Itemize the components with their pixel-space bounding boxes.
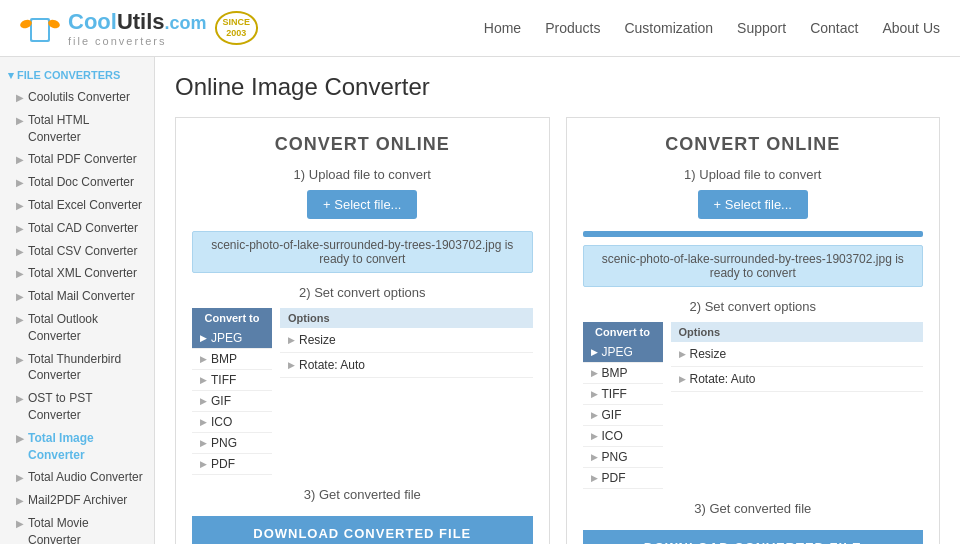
format-label-0-2: TIFF — [211, 373, 236, 387]
format-arrow-1-3: ▶ — [591, 410, 598, 420]
nav-contact[interactable]: Contact — [810, 20, 858, 36]
progress-bar-1 — [583, 231, 924, 237]
logo-subtitle: file converters — [68, 35, 207, 47]
format-item-1-1[interactable]: ▶ BMP — [583, 363, 663, 384]
sidebar-item-label-7: Total XML Converter — [28, 265, 144, 282]
sidebar-arrow-4: ▶ — [16, 199, 24, 213]
format-item-0-3[interactable]: ▶ GIF — [192, 391, 272, 412]
nav-products[interactable]: Products — [545, 20, 600, 36]
convert-options-0: Convert to ▶ JPEG ▶ BMP ▶ TIFF ▶ GIF ▶ I… — [192, 308, 533, 475]
sidebar-item-14[interactable]: ▶Mail2PDF Archiver — [0, 489, 154, 512]
sidebar-item-10[interactable]: ▶Total Thunderbird Converter — [0, 348, 154, 388]
converter-panel-0: CONVERT ONLINE 1) Upload file to convert… — [175, 117, 550, 544]
step1-label-1: 1) Upload file to convert — [583, 167, 924, 182]
options-header-0: Options — [280, 308, 533, 328]
convert-options-1: Convert to ▶ JPEG ▶ BMP ▶ TIFF ▶ GIF ▶ I… — [583, 322, 924, 489]
option-label-1-1: Rotate: Auto — [690, 372, 756, 386]
format-item-0-0[interactable]: ▶ JPEG — [192, 328, 272, 349]
option-item-0-1[interactable]: ▶ Rotate: Auto — [280, 353, 533, 378]
select-file-btn-0[interactable]: + Select file... — [307, 190, 417, 219]
page-title: Online Image Converter — [175, 73, 940, 101]
sidebar-item-5[interactable]: ▶Total CAD Converter — [0, 217, 154, 240]
format-arrow-0-2: ▶ — [200, 375, 207, 385]
format-arrow-0-1: ▶ — [200, 354, 207, 364]
sidebar-arrow-2: ▶ — [16, 153, 24, 167]
format-arrow-1-6: ▶ — [591, 473, 598, 483]
option-item-1-1[interactable]: ▶ Rotate: Auto — [671, 367, 924, 392]
convert-to-header-1: Convert to — [583, 322, 663, 342]
download-btn-1[interactable]: DOWNLOAD CONVERTED FILE — [583, 530, 924, 544]
step3-label-1: 3) Get converted file — [583, 501, 924, 516]
format-label-0-4: ICO — [211, 415, 232, 429]
sidebar-arrow-8: ▶ — [16, 290, 24, 304]
sidebar-item-2[interactable]: ▶Total PDF Converter — [0, 148, 154, 171]
sidebar-arrow-15: ▶ — [16, 517, 24, 531]
format-item-1-4[interactable]: ▶ ICO — [583, 426, 663, 447]
sidebar-arrow-5: ▶ — [16, 222, 24, 236]
format-item-1-3[interactable]: ▶ GIF — [583, 405, 663, 426]
sidebar-item-7[interactable]: ▶Total XML Converter — [0, 262, 154, 285]
format-item-0-2[interactable]: ▶ TIFF — [192, 370, 272, 391]
file-ready-bar-0: scenic-photo-of-lake-surrounded-by-trees… — [192, 231, 533, 273]
sidebar-arrow-10: ▶ — [16, 353, 24, 367]
format-label-1-6: PDF — [602, 471, 626, 485]
option-label-0-1: Rotate: Auto — [299, 358, 365, 372]
format-arrow-1-2: ▶ — [591, 389, 598, 399]
sidebar-item-3[interactable]: ▶Total Doc Converter — [0, 171, 154, 194]
sidebar-arrow-14: ▶ — [16, 494, 24, 508]
format-arrow-0-6: ▶ — [200, 459, 207, 469]
convert-to-col-1: Convert to ▶ JPEG ▶ BMP ▶ TIFF ▶ GIF ▶ I… — [583, 322, 663, 489]
sidebar-item-label-1: Total HTML Converter — [28, 112, 144, 146]
sidebar-item-9[interactable]: ▶Total Outlook Converter — [0, 308, 154, 348]
sidebar-arrow-13: ▶ — [16, 471, 24, 485]
step2-label-1: 2) Set convert options — [583, 299, 924, 314]
options-header-1: Options — [671, 322, 924, 342]
format-arrow-0-3: ▶ — [200, 396, 207, 406]
format-item-1-5[interactable]: ▶ PNG — [583, 447, 663, 468]
option-item-1-0[interactable]: ▶ Resize — [671, 342, 924, 367]
sidebar-item-label-13: Total Audio Converter — [28, 469, 144, 486]
sidebar-item-13[interactable]: ▶Total Audio Converter — [0, 466, 154, 489]
sidebar-item-15[interactable]: ▶Total Movie Converter — [0, 512, 154, 544]
sidebar-arrow-9: ▶ — [16, 313, 24, 327]
option-item-0-0[interactable]: ▶ Resize — [280, 328, 533, 353]
sidebar: ▾ FILE CONVERTERS ▶Coolutils Converter▶T… — [0, 57, 155, 544]
format-item-0-5[interactable]: ▶ PNG — [192, 433, 272, 454]
format-item-1-0[interactable]: ▶ JPEG — [583, 342, 663, 363]
sidebar-item-label-2: Total PDF Converter — [28, 151, 144, 168]
nav-about[interactable]: About Us — [882, 20, 940, 36]
sidebar-item-0[interactable]: ▶Coolutils Converter — [0, 86, 154, 109]
sidebar-item-label-5: Total CAD Converter — [28, 220, 144, 237]
format-item-0-4[interactable]: ▶ ICO — [192, 412, 272, 433]
sidebar-item-8[interactable]: ▶Total Mail Converter — [0, 285, 154, 308]
sidebar-item-label-3: Total Doc Converter — [28, 174, 144, 191]
select-file-btn-1[interactable]: + Select file... — [698, 190, 808, 219]
sidebar-arrow-7: ▶ — [16, 267, 24, 281]
sidebar-arrow-11: ▶ — [16, 392, 24, 406]
option-arrow-0-1: ▶ — [288, 360, 295, 370]
format-item-1-2[interactable]: ▶ TIFF — [583, 384, 663, 405]
sidebar-arrow-1: ▶ — [16, 114, 24, 128]
sidebar-item-12[interactable]: ▶Total Image Converter — [0, 427, 154, 467]
sidebar-item-label-11: OST to PST Converter — [28, 390, 144, 424]
format-item-0-6[interactable]: ▶ PDF — [192, 454, 272, 475]
sidebar-item-11[interactable]: ▶OST to PST Converter — [0, 387, 154, 427]
sidebar-item-1[interactable]: ▶Total HTML Converter — [0, 109, 154, 149]
converters-row: CONVERT ONLINE 1) Upload file to convert… — [175, 117, 940, 544]
options-col-1: Options ▶ Resize ▶ Rotate: Auto — [671, 322, 924, 489]
format-label-1-5: PNG — [602, 450, 628, 464]
format-item-0-1[interactable]: ▶ BMP — [192, 349, 272, 370]
format-arrow-1-0: ▶ — [591, 347, 598, 357]
main-nav: Home Products Customization Support Cont… — [484, 20, 940, 36]
format-item-1-6[interactable]: ▶ PDF — [583, 468, 663, 489]
nav-customization[interactable]: Customization — [624, 20, 713, 36]
nav-home[interactable]: Home — [484, 20, 521, 36]
format-label-0-3: GIF — [211, 394, 231, 408]
sidebar-section-header: ▾ FILE CONVERTERS — [0, 65, 154, 86]
nav-support[interactable]: Support — [737, 20, 786, 36]
download-btn-0[interactable]: DOWNLOAD CONVERTED FILE — [192, 516, 533, 544]
sidebar-item-4[interactable]: ▶Total Excel Converter — [0, 194, 154, 217]
format-label-0-6: PDF — [211, 457, 235, 471]
sidebar-item-6[interactable]: ▶Total CSV Converter — [0, 240, 154, 263]
step3-label-0: 3) Get converted file — [192, 487, 533, 502]
